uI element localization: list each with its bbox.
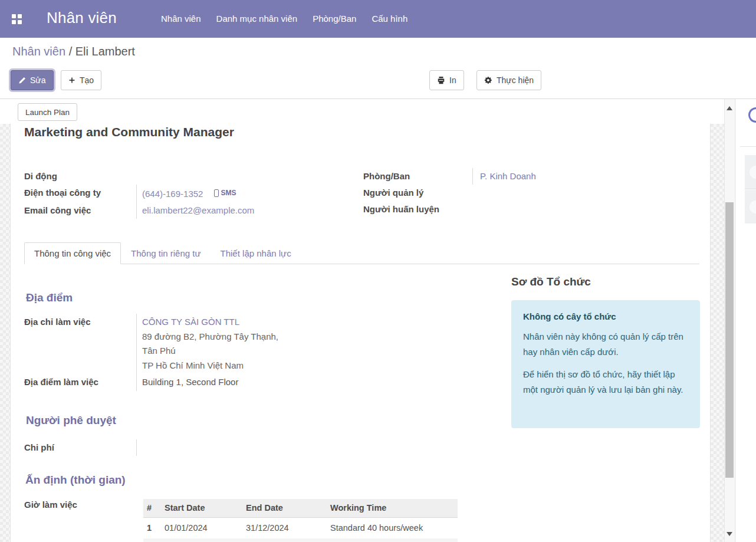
mobile-label: Di động <box>24 168 136 185</box>
menu-item-employees[interactable]: Nhân viên <box>161 14 201 24</box>
section-title-approvers: Người phê duyệt <box>26 414 116 427</box>
org-chart-empty-alert: Không có cây tổ chức Nhân viên này không… <box>511 300 700 428</box>
work-phone-link[interactable]: (644)-169-1352 <box>142 189 203 199</box>
breadcrumb-separator: / <box>69 45 75 58</box>
action-button[interactable]: Thực hiện <box>476 70 541 90</box>
menu-item-employee-directory[interactable]: Danh mục nhân viên <box>216 14 298 24</box>
chatter-item <box>745 155 756 189</box>
scrollbar-down-arrow[interactable] <box>727 532 732 536</box>
control-panel: Nhân viên / Eli Lambert Sửa Tạo In Thực … <box>0 38 756 99</box>
form-sheet: Marketing and Community Manager Di động … <box>10 124 711 542</box>
section-title-location: Địa điểm <box>26 291 73 304</box>
org-alert-text-2: Để hiển thị sơ đồ tổ chức, hãy thiết lập… <box>523 367 688 397</box>
field-row-department: Phòng/Ban P. Kinh Doanh <box>363 168 617 185</box>
manager-label: Người quản lý <box>363 185 472 201</box>
work-hours-table: # Start Date End Date Working Time 1 01/… <box>143 499 458 539</box>
coach-label: Người huấn luyện <box>363 201 472 218</box>
tab-private-information[interactable]: Thông tin riêng tư <box>121 243 210 264</box>
location-field-group: Địa chỉ làm việc CÔNG TY SÀI GÒN TTL 89 … <box>24 314 464 391</box>
scrollbar-up-arrow[interactable] <box>727 106 732 110</box>
address-line: Tân Phú <box>142 344 464 359</box>
company-link[interactable]: CÔNG TY SÀI GÒN TTL <box>142 315 464 330</box>
sms-button[interactable]: SMS <box>214 185 236 201</box>
work-email-link[interactable]: eli.lambert22@example.com <box>142 205 254 215</box>
tab-work-information[interactable]: Thông tin công việc <box>24 242 121 264</box>
work-location-value: Building 1, Second Floor <box>136 374 464 391</box>
expense-label: Chi phí <box>24 439 136 456</box>
department-label: Phòng/Ban <box>363 168 472 185</box>
field-row-work-email: Email công việc eli.lambert22@example.co… <box>24 202 358 219</box>
plus-icon <box>68 77 75 84</box>
department-link[interactable]: P. Kinh Doanh <box>480 171 536 181</box>
expense-value <box>136 439 201 456</box>
department-value: P. Kinh Doanh <box>472 168 617 185</box>
work-hours-next-row-partial <box>143 538 458 542</box>
field-row-mobile: Di động <box>24 168 358 185</box>
work-phone-value: (644)-169-1352 SMS <box>136 185 358 202</box>
apps-grid-icon[interactable] <box>12 14 22 24</box>
work-hours-row[interactable]: 1 01/01/2024 31/12/2024 Standard 40 hour… <box>143 517 458 538</box>
menu-item-configuration[interactable]: Cấu hình <box>372 14 407 24</box>
section-title-schedule: Ấn định (thời gian) <box>25 474 126 487</box>
printer-icon <box>437 76 445 84</box>
cell-index: 1 <box>143 517 161 538</box>
col-end-date: End Date <box>242 499 327 517</box>
org-chart-title: Sơ đồ Tổ chức <box>511 275 591 288</box>
field-row-work-phone: Điện thoại công ty (644)-169-1352 SMS <box>24 185 358 202</box>
breadcrumb-current: Eli Lambert <box>75 45 135 58</box>
address-line: TP Hồ Chí Minh Việt Nam <box>142 359 464 373</box>
field-row-coach: Người huấn luyện <box>363 201 617 218</box>
work-phone-label: Điện thoại công ty <box>24 185 136 201</box>
menu-item-departments[interactable]: Phòng/Ban <box>313 14 356 24</box>
panel-divider <box>740 146 756 147</box>
work-email-label: Email công việc <box>24 202 136 219</box>
vertical-scrollbar[interactable] <box>724 99 734 542</box>
address-line: 89 đường B2, Phường Tây Thạnh, <box>142 330 464 344</box>
print-button[interactable]: In <box>429 70 464 90</box>
top-navbar: Nhân viên Nhân viên Danh mục nhân viên P… <box>0 0 756 38</box>
org-alert-text-1: Nhân viên này không có quản lý cấp trên … <box>523 329 688 359</box>
work-address-value: CÔNG TY SÀI GÒN TTL 89 đường B2, Phường … <box>136 314 464 374</box>
gear-icon <box>484 76 492 84</box>
breadcrumb: Nhân viên / Eli Lambert <box>12 45 135 58</box>
app-title[interactable]: Nhân viên <box>47 9 117 27</box>
tab-hr-settings[interactable]: Thiết lập nhân lực <box>211 243 301 264</box>
field-row-work-location: Địa điểm làm việc Building 1, Second Flo… <box>24 374 464 391</box>
pencil-icon <box>18 77 26 84</box>
work-hours-header-row: # Start Date End Date Working Time <box>143 499 458 517</box>
col-working-time: Working Time <box>327 499 458 517</box>
work-address-label: Địa chỉ làm việc <box>24 314 136 330</box>
cell-start-date: 01/01/2024 <box>161 517 242 538</box>
work-email-value: eli.lambert22@example.com <box>136 202 358 219</box>
hr-field-group: Phòng/Ban P. Kinh Doanh Người quản lý Ng… <box>363 168 617 218</box>
mobile-phone-icon <box>214 189 219 197</box>
breadcrumb-parent-link[interactable]: Nhân viên <box>12 45 65 58</box>
job-title: Marketing and Community Manager <box>24 125 234 139</box>
scrollbar-thumb[interactable] <box>725 202 734 478</box>
cell-working-time: Standard 40 hours/week <box>327 517 458 538</box>
col-index: # <box>143 499 161 517</box>
field-row-expense: Chi phí <box>24 439 201 456</box>
main-menu: Nhân viên Danh mục nhân viên Phòng/Ban C… <box>161 14 407 24</box>
chatter-side-panel <box>735 99 756 542</box>
chatter-item <box>745 190 756 224</box>
button-box-strip: Launch Plan <box>0 99 724 124</box>
field-row-manager: Người quản lý <box>363 185 617 201</box>
contact-field-group: Di động Điện thoại công ty (644)-169-135… <box>24 168 358 219</box>
approvers-field-group: Chi phí <box>24 439 201 456</box>
notebook-tabs: Thông tin công việc Thông tin riêng tư T… <box>24 242 699 264</box>
create-button[interactable]: Tạo <box>61 70 101 90</box>
col-start-date: Start Date <box>161 499 242 517</box>
launch-plan-button[interactable]: Launch Plan <box>18 103 77 121</box>
field-row-work-address: Địa chỉ làm việc CÔNG TY SÀI GÒN TTL 89 … <box>24 314 464 374</box>
work-hours-label: Giờ làm việc <box>24 500 77 510</box>
cell-end-date: 31/12/2024 <box>242 517 327 538</box>
avatar-circle-icon[interactable] <box>748 107 756 123</box>
edit-button[interactable]: Sửa <box>11 70 54 90</box>
work-location-label: Địa điểm làm việc <box>24 374 136 390</box>
org-alert-title: Không có cây tổ chức <box>523 311 688 321</box>
